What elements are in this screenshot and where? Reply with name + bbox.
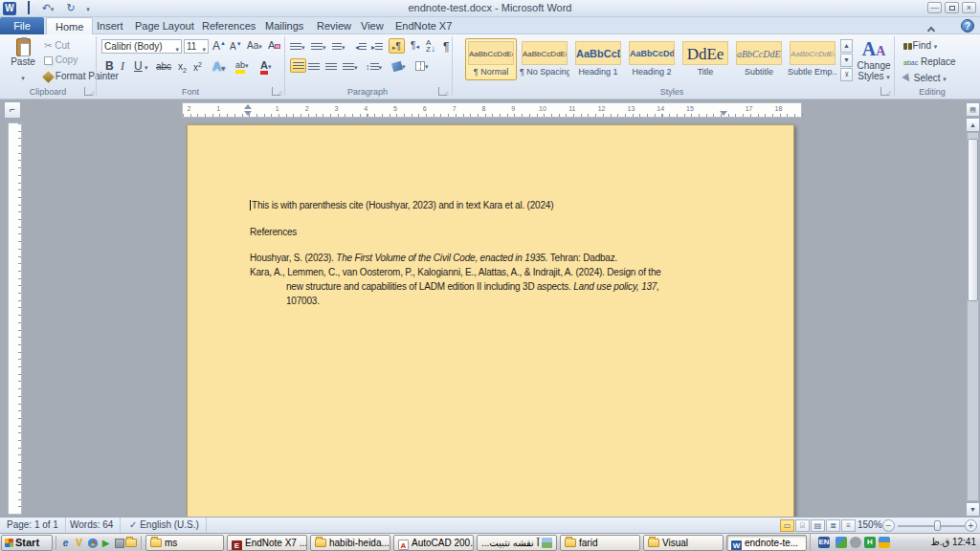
ruler-toggle-button[interactable]: ▤: [966, 102, 980, 117]
scroll-up-button[interactable]: ▲: [966, 118, 980, 132]
styles-more-button[interactable]: ⊻: [840, 68, 853, 81]
paragraph-dialog-launcher[interactable]: [438, 87, 447, 96]
tray-icon[interactable]: [835, 537, 847, 548]
tab-insert[interactable]: Insert: [88, 17, 132, 34]
grow-font-button[interactable]: A▲: [212, 39, 226, 53]
right-indent-marker[interactable]: [720, 111, 727, 116]
font-dialog-launcher[interactable]: [272, 87, 280, 96]
tab-file[interactable]: File: [0, 17, 44, 34]
numbering-button[interactable]: ▾: [311, 41, 326, 52]
taskbar-button-persian-doc[interactable]: آ نقشه تثبیت...: [477, 535, 557, 551]
taskbar-clock[interactable]: 12:41 ق.ظ: [930, 537, 976, 547]
outline-view-button[interactable]: ≣: [826, 519, 840, 532]
scrollbar-track[interactable]: [967, 132, 979, 501]
style-normal[interactable]: AaBbCcDdEe ¶ Normal: [465, 38, 517, 80]
redo-button[interactable]: ↻: [63, 1, 78, 15]
taskbar-button-visual[interactable]: Visual: [643, 535, 724, 551]
font-family-combo[interactable]: Calibri (Body)▾: [101, 39, 182, 54]
paste-button[interactable]: Paste ▾: [4, 38, 42, 84]
first-line-indent-marker[interactable]: [244, 104, 252, 109]
justify-button[interactable]: ▾: [343, 61, 358, 72]
zoom-slider-track[interactable]: [898, 525, 965, 527]
styles-dialog-launcher[interactable]: [880, 87, 889, 96]
italic-button[interactable]: I: [121, 59, 124, 74]
qat-customize-button[interactable]: ▾: [80, 1, 96, 15]
fullscreen-reading-view-button[interactable]: ⌻: [795, 519, 810, 532]
restore-button[interactable]: [945, 2, 959, 13]
show-hide-pilcrow-button[interactable]: ¶: [443, 40, 449, 54]
styles-scroll-up-button[interactable]: ▲: [840, 39, 853, 53]
align-left-button[interactable]: [290, 58, 306, 73]
bold-button[interactable]: B: [105, 59, 114, 73]
change-styles-button[interactable]: AA Change Styles ▾: [856, 38, 892, 81]
style-subtitle[interactable]: aBbCcDdEe Subtitle: [733, 38, 785, 80]
font-color-button[interactable]: A▾: [260, 59, 271, 75]
horizontal-ruler[interactable]: 211234567891011121314151718: [182, 102, 802, 118]
minimize-ribbon-button[interactable]: [924, 20, 938, 32]
quick-launch-icon[interactable]: V: [73, 537, 85, 549]
ltr-direction-button[interactable]: ▸¶: [389, 38, 405, 54]
select-button[interactable]: Select ▾: [903, 73, 947, 83]
quick-launch-icon[interactable]: [113, 537, 125, 549]
increase-indent-button[interactable]: ▸: [371, 41, 383, 52]
save-button[interactable]: [21, 1, 36, 15]
shading-button[interactable]: ▾: [392, 60, 406, 71]
line-spacing-button[interactable]: ↕▾: [366, 61, 382, 72]
underline-button[interactable]: U: [134, 59, 143, 73]
taskbar-button-endnote[interactable]: EEndNote X7 ...: [227, 535, 307, 551]
clipboard-dialog-launcher[interactable]: [84, 87, 93, 96]
tray-icon[interactable]: H: [864, 537, 876, 548]
help-button[interactable]: ?: [961, 19, 974, 33]
proofing-status[interactable]: ✓ English (U.S.): [122, 518, 207, 533]
tab-mailings[interactable]: Mailings: [256, 17, 312, 34]
zoom-slider-thumb[interactable]: [934, 520, 941, 531]
superscript-button[interactable]: x2: [193, 61, 202, 73]
highlight-color-button[interactable]: ab▾: [235, 59, 249, 74]
strikethrough-button[interactable]: abc: [156, 61, 171, 72]
align-center-button[interactable]: [308, 61, 320, 72]
tray-icon[interactable]: [850, 537, 861, 548]
style-no-spacing[interactable]: AaBbCcDdEe ¶ No Spacing: [519, 38, 570, 80]
start-button[interactable]: Start: [1, 535, 53, 551]
cut-button[interactable]: ✂ Cut: [44, 40, 70, 51]
replace-button[interactable]: abac Replace: [903, 56, 956, 67]
zoom-in-button[interactable]: +: [965, 519, 977, 532]
style-heading-1[interactable]: AaBbCcDdEe Heading 1: [572, 38, 624, 80]
text-effects-button[interactable]: A▾: [212, 59, 225, 74]
change-case-button[interactable]: Aa▾: [247, 40, 262, 51]
tab-references[interactable]: References: [193, 17, 264, 34]
rtl-direction-button[interactable]: ¶◂: [407, 40, 423, 51]
style-title[interactable]: DdEe Title: [679, 38, 731, 80]
vertical-scrollbar[interactable]: ▤ ▲ ▼: [966, 101, 980, 517]
chrome-icon[interactable]: [86, 537, 99, 549]
taskbar-button-habibi-heida[interactable]: habibi-heida...: [310, 535, 390, 551]
find-button[interactable]: Find ▾: [903, 40, 937, 51]
clear-formatting-button[interactable]: A: [268, 39, 280, 51]
scroll-down-button[interactable]: ▼: [966, 502, 980, 517]
app-icon[interactable]: W: [2, 1, 17, 15]
hanging-indent-marker[interactable]: [244, 111, 252, 116]
internet-explorer-icon[interactable]: e: [59, 537, 72, 549]
sort-button[interactable]: AZ↓: [426, 39, 435, 54]
tray-icon[interactable]: [879, 537, 890, 548]
document-page[interactable]: This is with parenthesis cite (Houshyar,…: [187, 124, 794, 517]
borders-button[interactable]: ▾: [415, 60, 429, 71]
close-button[interactable]: ×: [962, 2, 976, 13]
draft-view-button[interactable]: ≡: [841, 519, 856, 532]
quick-launch-play-icon[interactable]: ▶: [100, 537, 112, 549]
copy-button[interactable]: Copy: [44, 55, 78, 65]
scrollbar-thumb[interactable]: [968, 139, 978, 301]
quick-launch-folder-icon[interactable]: [125, 537, 138, 549]
styles-scroll-down-button[interactable]: ▼: [840, 54, 853, 67]
language-indicator[interactable]: EN: [818, 537, 830, 548]
shrink-font-button[interactable]: A▼: [230, 41, 242, 52]
taskbar-button-endnote-test-doc[interactable]: Wendnote-te...: [726, 535, 807, 551]
reference-entry[interactable]: 107003.: [286, 296, 320, 306]
references-heading[interactable]: References: [250, 227, 297, 237]
subscript-button[interactable]: x2: [178, 61, 187, 74]
taskbar-button-farid[interactable]: farid: [560, 535, 640, 551]
underline-dropdown[interactable]: ▾: [145, 64, 148, 72]
print-layout-view-button[interactable]: ▭: [780, 519, 794, 532]
zoom-level[interactable]: 150%: [858, 519, 882, 530]
multilevel-list-button[interactable]: ▾: [332, 41, 345, 52]
